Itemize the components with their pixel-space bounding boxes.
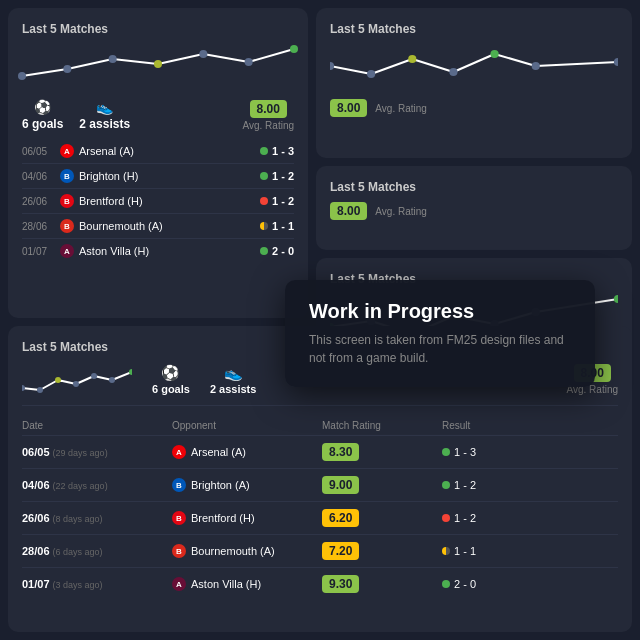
match-row: 26/06 B Brentford (H) 1 - 2 [22, 189, 294, 214]
svg-point-13 [614, 58, 618, 66]
table-header: Date Opponent Match Rating Result [22, 416, 618, 436]
avg-rating-value: 8.00 [250, 100, 287, 118]
match-row: 28/06 B Bournemouth (A) 1 - 1 [22, 214, 294, 239]
top-right-bottom-rating-label: Avg. Rating [375, 206, 427, 217]
avg-rating-stat: 8.00 Avg. Rating [242, 100, 294, 131]
opponent-cell: A Aston Villa (H) [172, 577, 322, 591]
result-cell: 1 - 1 [442, 545, 542, 557]
top-left-chart [22, 44, 294, 89]
arsenal-logo: A [60, 144, 74, 158]
top-left-matches: 06/05 A Arsenal (A) 1 - 3 04/06 B Bright… [22, 139, 294, 263]
rating-cell: 9.00 [322, 476, 442, 494]
table-body: 06/05 (29 days ago) A Arsenal (A) 8.30 1… [22, 436, 618, 600]
col-rating: Match Rating [322, 420, 442, 431]
col-opponent: Opponent [172, 420, 322, 431]
opponent-cell: B Bournemouth (A) [172, 544, 322, 558]
svg-point-5 [245, 58, 253, 66]
date-cell: 26/06 (8 days ago) [22, 512, 172, 524]
assists-stat: 👟 2 assists [79, 99, 130, 131]
svg-point-7 [330, 62, 334, 70]
match-row: 04/06 B Brighton (H) 1 - 2 [22, 164, 294, 189]
result-cell: 2 - 0 [442, 578, 542, 590]
svg-point-25 [91, 373, 97, 379]
svg-point-8 [367, 70, 375, 78]
top-right-bottom-rating-row: 8.00 Avg. Rating [330, 202, 618, 220]
svg-point-4 [199, 50, 207, 58]
team-logo: B [172, 478, 186, 492]
match-row: 01/07 A Aston Villa (H) 2 - 0 [22, 239, 294, 263]
top-right-bottom-rating: 8.00 [330, 202, 367, 220]
top-right-bottom-card: Last 5 Matches 8.00 Avg. Rating [316, 166, 632, 250]
svg-point-26 [109, 377, 115, 383]
svg-point-22 [37, 387, 43, 393]
result-cell: 1 - 2 [442, 512, 542, 524]
svg-point-2 [109, 55, 117, 63]
wip-overlay: Work in Progress This screen is taken fr… [285, 280, 595, 387]
team-logo: A [172, 577, 186, 591]
avg-rating-label: Avg. Rating [242, 120, 294, 131]
result-dot [260, 222, 268, 230]
brighton-logo: B [60, 169, 74, 183]
svg-point-23 [55, 377, 61, 383]
aston-villa-logo: A [60, 244, 74, 258]
result-dot [260, 197, 268, 205]
bournemouth-logo: B [60, 219, 74, 233]
opponent-cell: A Arsenal (A) [172, 445, 322, 459]
svg-point-20 [614, 295, 618, 303]
date-cell: 04/06 (22 days ago) [22, 479, 172, 491]
col-date: Date [22, 420, 172, 431]
table-row: 06/05 (29 days ago) A Arsenal (A) 8.30 1… [22, 436, 618, 469]
svg-point-27 [129, 369, 132, 375]
top-right-top-chart [330, 44, 618, 89]
brentford-logo: B [60, 194, 74, 208]
svg-point-21 [22, 385, 25, 391]
goals-value: 6 goals [22, 117, 63, 131]
svg-point-9 [408, 55, 416, 63]
wip-title: Work in Progress [309, 300, 571, 323]
result-dot [442, 580, 450, 588]
bottom-goals-value: 6 goals [152, 383, 190, 395]
svg-point-10 [449, 68, 457, 76]
result-dot [442, 514, 450, 522]
rating-cell: 6.20 [322, 509, 442, 527]
wip-description: This screen is taken from FM25 design fi… [309, 331, 571, 367]
top-left-title: Last 5 Matches [22, 22, 294, 36]
svg-point-11 [490, 50, 498, 58]
bottom-assists-value: 2 assists [210, 383, 256, 395]
date-cell: 06/05 (29 days ago) [22, 446, 172, 458]
team-logo: B [172, 511, 186, 525]
top-left-card: Last 5 Matches ⚽ 6 goals 👟 2 assists 8.0… [8, 8, 308, 318]
top-right-top-rating-row: 8.00 Avg. Rating [330, 99, 618, 117]
date-cell: 01/07 (3 days ago) [22, 578, 172, 590]
col-result: Result [442, 420, 542, 431]
result-dot [442, 448, 450, 456]
table-row: 28/06 (6 days ago) B Bournemouth (A) 7.2… [22, 535, 618, 568]
team-logo: A [172, 445, 186, 459]
opponent-cell: B Brighton (A) [172, 478, 322, 492]
table-row: 01/07 (3 days ago) A Aston Villa (H) 9.3… [22, 568, 618, 600]
result-dot [260, 147, 268, 155]
svg-point-0 [18, 72, 26, 80]
top-right-top-title: Last 5 Matches [330, 22, 618, 36]
goals-stat: ⚽ 6 goals [22, 99, 63, 131]
svg-point-6 [290, 45, 298, 53]
top-right-bottom-title: Last 5 Matches [330, 180, 618, 194]
rating-cell: 9.30 [322, 575, 442, 593]
svg-point-1 [63, 65, 71, 73]
opponent-cell: B Brentford (H) [172, 511, 322, 525]
rating-cell: 7.20 [322, 542, 442, 560]
main-layout: Last 5 Matches ⚽ 6 goals 👟 2 assists 8.0… [0, 0, 640, 640]
result-cell: 1 - 3 [442, 446, 542, 458]
bottom-assists-stat: 👟 2 assists [210, 364, 256, 395]
result-dot [260, 172, 268, 180]
date-cell: 28/06 (6 days ago) [22, 545, 172, 557]
svg-point-12 [532, 62, 540, 70]
result-dot [442, 481, 450, 489]
svg-point-24 [73, 381, 79, 387]
bottom-mini-chart [22, 362, 132, 397]
result-dot [442, 547, 450, 555]
match-row: 06/05 A Arsenal (A) 1 - 3 [22, 139, 294, 164]
team-logo: B [172, 544, 186, 558]
result-dot [260, 247, 268, 255]
result-cell: 1 - 2 [442, 479, 542, 491]
